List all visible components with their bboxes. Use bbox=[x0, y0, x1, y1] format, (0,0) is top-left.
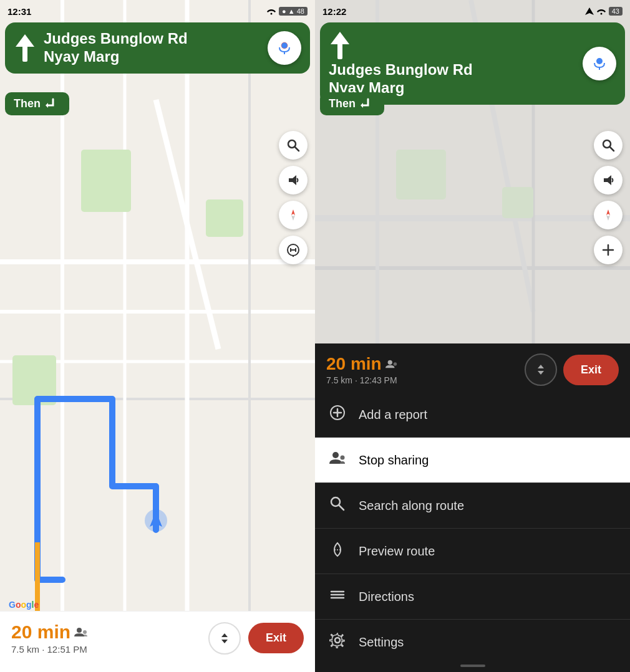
right-nav-up-arrow-icon bbox=[329, 30, 351, 61]
svg-point-61 bbox=[332, 452, 339, 458]
left-then-badge: Then bbox=[5, 92, 69, 115]
left-bottom-bar: 20 min 7.5 km · 12:51 PM Exit bbox=[0, 611, 315, 672]
directions-icon bbox=[329, 587, 346, 607]
svg-point-62 bbox=[341, 456, 345, 460]
menu-label-add-report: Add a report bbox=[359, 408, 427, 422]
right-search-map-button[interactable] bbox=[594, 131, 623, 160]
svg-marker-45 bbox=[331, 32, 349, 44]
svg-line-64 bbox=[339, 506, 344, 511]
add-report-icon bbox=[329, 405, 346, 425]
left-nav-header: Judges Bunglow Rd Nyay Marg bbox=[5, 22, 310, 74]
menu-item-search-route[interactable]: Search along route bbox=[315, 483, 630, 529]
sheet-trip-info: 20 min 7.5 km · 12:43 PM bbox=[326, 354, 398, 385]
right-plus-button[interactable] bbox=[594, 236, 623, 264]
svg-marker-27 bbox=[291, 215, 295, 221]
sheet-actions: Exit bbox=[525, 353, 619, 386]
right-time: 12:22 bbox=[322, 6, 346, 17]
right-sound-button[interactable] bbox=[594, 166, 623, 194]
menu-item-directions[interactable]: Directions bbox=[315, 574, 630, 620]
menu-item-preview-route[interactable]: Preview route bbox=[315, 529, 630, 574]
svg-marker-48 bbox=[361, 103, 363, 108]
trip-duration-row: 20 min bbox=[11, 622, 88, 643]
menu-label-search-route: Search along route bbox=[359, 499, 464, 513]
svg-point-46 bbox=[596, 58, 603, 64]
svg-point-43 bbox=[600, 13, 602, 15]
svg-rect-40 bbox=[396, 150, 446, 199]
svg-marker-25 bbox=[289, 175, 296, 185]
right-turn-left-icon bbox=[361, 98, 376, 110]
svg-rect-44 bbox=[337, 43, 342, 59]
right-nav-info: Judges Bunglow Rd Nyay Marg bbox=[329, 30, 473, 97]
trip-details: 7.5 km · 12:51 PM bbox=[11, 644, 88, 655]
street-name-line2: Nyay Marg bbox=[44, 48, 188, 66]
sheet-sharing-icon bbox=[385, 358, 398, 370]
svg-marker-51 bbox=[604, 175, 611, 185]
trip-info: 20 min 7.5 km · 12:51 PM bbox=[11, 622, 88, 655]
svg-line-24 bbox=[295, 147, 299, 151]
right-then-label: Then bbox=[329, 97, 356, 110]
right-mic-button[interactable] bbox=[583, 47, 616, 80]
right-nav-street-info: Judges Bunglow Rd Nyay Marg bbox=[329, 61, 473, 97]
menu-item-stop-sharing[interactable]: Stop sharing bbox=[315, 438, 630, 483]
svg-point-57 bbox=[393, 362, 396, 365]
route-options-button[interactable] bbox=[208, 622, 241, 655]
svg-point-16 bbox=[271, 13, 273, 15]
report-button[interactable] bbox=[279, 236, 308, 264]
svg-marker-22 bbox=[46, 103, 48, 108]
wifi-icon bbox=[266, 7, 276, 15]
menu-item-settings[interactable]: Settings bbox=[315, 620, 630, 665]
left-status-icons: ● ▲ 48 bbox=[266, 7, 308, 16]
exit-button[interactable]: Exit bbox=[248, 623, 304, 653]
search-map-button[interactable] bbox=[279, 131, 308, 160]
svg-marker-42 bbox=[585, 7, 594, 15]
street-name-line1: Judges Bunglow Rd bbox=[44, 30, 188, 48]
right-wifi-icon bbox=[596, 7, 606, 15]
svg-rect-11 bbox=[206, 199, 243, 237]
menu-label-preview-route: Preview route bbox=[359, 544, 435, 559]
bottom-handle bbox=[460, 665, 485, 667]
google-logo: Google bbox=[9, 600, 39, 610]
right-map-panel: 12:22 43 Judges Bunglow Rd Nyay Marg bbox=[315, 0, 630, 672]
preview-route-icon bbox=[329, 541, 346, 561]
mic-button[interactable] bbox=[268, 31, 301, 65]
trip-duration: 20 min bbox=[11, 622, 70, 643]
svg-point-33 bbox=[83, 630, 87, 634]
left-map-panel: 12:31 ● ▲ 48 Judges Bunglow Rd Nyay Marg bbox=[0, 0, 315, 672]
menu-label-settings: Settings bbox=[359, 635, 404, 650]
menu-label-directions: Directions bbox=[359, 590, 414, 604]
compass-button[interactable] bbox=[279, 201, 308, 229]
svg-point-56 bbox=[387, 360, 392, 365]
right-street-name-line1: Judges Bunglow Rd bbox=[329, 61, 473, 79]
left-time: 12:31 bbox=[7, 6, 31, 17]
settings-icon bbox=[329, 632, 346, 652]
right-status-bar: 12:22 43 bbox=[315, 0, 630, 22]
right-battery-badge: 43 bbox=[609, 7, 623, 16]
svg-rect-17 bbox=[22, 46, 27, 62]
right-status-icons: 43 bbox=[585, 7, 623, 16]
sheet-info-row: 20 min 7.5 km · 12:43 PM bbox=[315, 343, 630, 392]
search-route-icon bbox=[329, 496, 346, 516]
nav-street-info: Judges Bunglow Rd Nyay Marg bbox=[44, 30, 188, 66]
menu-label-stop-sharing: Stop sharing bbox=[359, 453, 429, 468]
svg-point-69 bbox=[335, 638, 340, 643]
sound-button[interactable] bbox=[279, 166, 308, 194]
svg-rect-41 bbox=[502, 187, 533, 218]
right-map-actions bbox=[594, 131, 623, 264]
sheet-route-options-button[interactable] bbox=[525, 353, 557, 386]
sheet-trip-details: 7.5 km · 12:43 PM bbox=[326, 375, 398, 385]
right-then-badge: Then bbox=[320, 92, 384, 115]
menu-item-add-report[interactable]: Add a report bbox=[315, 392, 630, 438]
stop-sharing-icon bbox=[329, 450, 346, 470]
svg-point-32 bbox=[77, 628, 82, 633]
battery-badge: ● ▲ 48 bbox=[279, 7, 308, 16]
left-map-actions bbox=[279, 131, 308, 264]
svg-marker-26 bbox=[291, 209, 295, 215]
sheet-exit-button[interactable]: Exit bbox=[563, 355, 619, 385]
svg-rect-10 bbox=[81, 150, 131, 212]
sheet-duration-row: 20 min bbox=[326, 354, 398, 374]
nav-up-arrow-icon bbox=[14, 32, 36, 64]
bottom-actions: Exit bbox=[208, 622, 304, 655]
left-status-bar: 12:31 ● ▲ 48 bbox=[0, 0, 315, 22]
right-compass-button[interactable] bbox=[594, 201, 623, 229]
sheet-duration: 20 min bbox=[326, 354, 382, 374]
